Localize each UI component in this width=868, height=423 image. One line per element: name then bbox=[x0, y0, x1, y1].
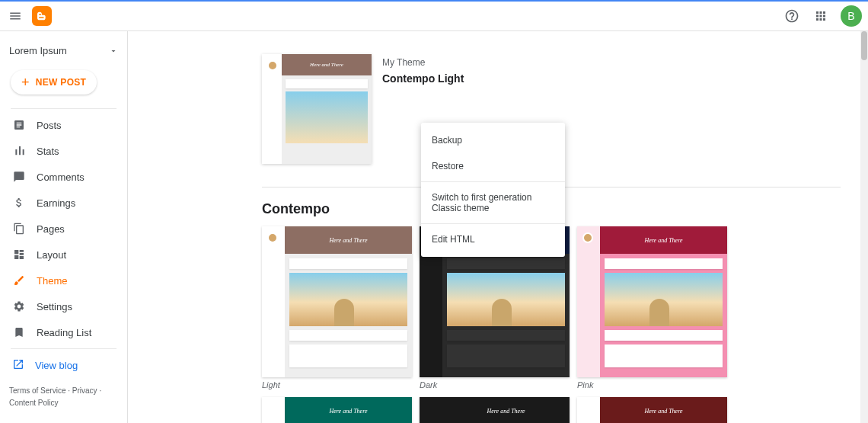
sidebar-item-label: Comments bbox=[37, 171, 85, 183]
content-policy-link[interactable]: Content Policy bbox=[9, 399, 58, 407]
footer-links: Terms of Service · Privacy · Content Pol… bbox=[0, 379, 127, 415]
view-blog-label: View blog bbox=[35, 360, 78, 371]
theme-card-light[interactable]: Here and There Light bbox=[262, 226, 412, 389]
top-bar-left bbox=[6, 6, 52, 26]
dropdown-item-restore[interactable]: Restore bbox=[421, 153, 565, 179]
my-theme-name: Contempo Light bbox=[382, 72, 464, 85]
dropdown-item-backup[interactable]: Backup bbox=[421, 127, 565, 153]
divider bbox=[421, 223, 565, 224]
my-theme-preview[interactable]: Here and There bbox=[262, 54, 372, 164]
nav: Posts Stats Comments Earnings Pages Layo… bbox=[0, 112, 127, 379]
divider bbox=[11, 108, 116, 109]
sidebar-item-label: Posts bbox=[37, 120, 62, 131]
new-post-button[interactable]: + NEW POST bbox=[11, 70, 97, 95]
new-post-label: NEW POST bbox=[36, 77, 86, 88]
theme-card-teal[interactable]: Here and There bbox=[262, 397, 412, 423]
sidebar-item-label: Stats bbox=[37, 146, 59, 157]
sidebar-item-label: Layout bbox=[37, 249, 66, 261]
blog-name: Lorem Ipsum bbox=[9, 45, 67, 56]
avatar-icon bbox=[267, 60, 278, 71]
sidebar-item-label: Settings bbox=[37, 301, 72, 312]
help-icon[interactable] bbox=[783, 7, 801, 25]
theme-card-darkgreen[interactable]: Here and There bbox=[420, 397, 570, 423]
apps-icon[interactable] bbox=[812, 7, 830, 25]
divider bbox=[11, 348, 116, 349]
theme-card-pink[interactable]: Here and There Pink bbox=[577, 226, 727, 389]
pages-icon bbox=[12, 222, 26, 236]
theme-card-red[interactable]: Here and There bbox=[577, 397, 727, 423]
gear-icon bbox=[12, 300, 26, 313]
theme-actions-dropdown: Backup Restore Switch to first generatio… bbox=[421, 123, 565, 257]
comments-icon bbox=[12, 170, 26, 184]
stats-icon bbox=[12, 144, 26, 158]
preview-header: Here and There bbox=[600, 226, 727, 254]
earnings-icon bbox=[12, 196, 26, 210]
dropdown-item-switch-classic[interactable]: Switch to first generation Classic theme bbox=[421, 184, 565, 221]
sidebar-item-earnings[interactable]: Earnings bbox=[0, 190, 127, 216]
scrollbar-thumb[interactable] bbox=[861, 31, 867, 60]
preview-header: Here and There bbox=[442, 397, 570, 423]
sidebar-item-pages[interactable]: Pages bbox=[0, 216, 127, 242]
sidebar-item-stats[interactable]: Stats bbox=[0, 138, 127, 164]
sidebar-item-reading-list[interactable]: Reading List bbox=[0, 319, 127, 345]
scrollbar[interactable] bbox=[860, 31, 868, 423]
sidebar-item-label: Reading List bbox=[37, 327, 91, 338]
top-bar-right: B bbox=[783, 5, 862, 27]
account-avatar[interactable]: B bbox=[841, 5, 862, 27]
blogger-logo-icon[interactable] bbox=[32, 6, 52, 26]
layout-icon bbox=[12, 248, 26, 261]
main-content: Here and There My Theme Contempo Light C… bbox=[128, 31, 868, 423]
theme-caption: Light bbox=[262, 380, 412, 389]
dropdown-item-edit-html[interactable]: Edit HTML bbox=[421, 226, 565, 252]
sidebar-item-posts[interactable]: Posts bbox=[0, 112, 127, 138]
posts-icon bbox=[12, 118, 26, 132]
sidebar-item-label: Earnings bbox=[37, 197, 75, 209]
blog-selector[interactable]: Lorem Ipsum bbox=[0, 39, 127, 62]
divider bbox=[421, 181, 565, 182]
preview-header: Here and There bbox=[285, 397, 412, 423]
bookmark-icon bbox=[12, 325, 26, 339]
sidebar-item-theme[interactable]: Theme bbox=[0, 268, 127, 293]
theme-caption: Dark bbox=[420, 380, 570, 389]
preview-header: Here and There bbox=[282, 54, 372, 75]
chevron-down-icon bbox=[109, 46, 118, 56]
sidebar: Lorem Ipsum + NEW POST Posts Stats Comme… bbox=[0, 31, 128, 423]
my-theme-label: My Theme bbox=[382, 57, 464, 68]
avatar-icon bbox=[267, 232, 278, 243]
top-bar: B bbox=[0, 0, 868, 31]
sidebar-item-label: Theme bbox=[37, 275, 67, 287]
theme-caption: Pink bbox=[577, 380, 727, 389]
sidebar-item-label: Pages bbox=[37, 223, 65, 235]
view-blog-link[interactable]: View blog bbox=[0, 352, 127, 379]
avatar-icon bbox=[582, 232, 593, 243]
preview-header: Here and There bbox=[285, 226, 412, 254]
open-external-icon bbox=[12, 358, 24, 373]
plus-icon: + bbox=[21, 75, 30, 91]
sidebar-item-comments[interactable]: Comments bbox=[0, 164, 127, 190]
privacy-link[interactable]: Privacy bbox=[72, 386, 97, 395]
terms-link[interactable]: Terms of Service bbox=[9, 386, 65, 395]
theme-icon bbox=[12, 274, 26, 287]
sidebar-item-settings[interactable]: Settings bbox=[0, 293, 127, 319]
menu-icon[interactable] bbox=[6, 7, 24, 25]
preview-header: Here and There bbox=[600, 397, 727, 423]
sidebar-item-layout[interactable]: Layout bbox=[0, 242, 127, 268]
